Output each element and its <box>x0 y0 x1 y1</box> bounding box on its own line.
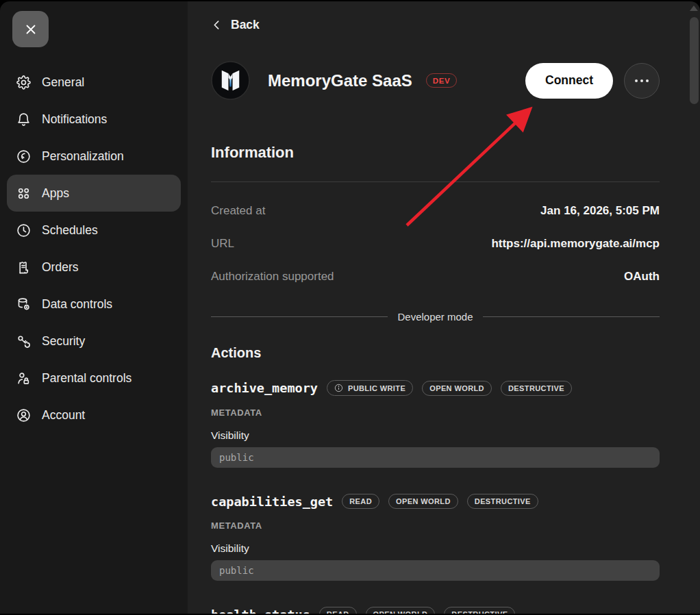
clock-icon <box>15 222 32 238</box>
settings-sidebar: GeneralNotificationsPersonalizationAppsS… <box>0 1 188 614</box>
grid-icon <box>15 185 32 201</box>
chevron-left-icon <box>211 19 223 31</box>
action-name: health_status <box>211 607 310 614</box>
close-button[interactable] <box>12 11 49 47</box>
more-options-button[interactable] <box>624 63 660 99</box>
sidebar-item-label: General <box>42 75 84 90</box>
parental-icon <box>15 370 32 386</box>
sidebar-item-data-controls[interactable]: Data controls <box>7 286 181 323</box>
dial-icon <box>15 148 32 164</box>
badge-label: OPEN WORLD <box>429 384 484 392</box>
section-divider <box>211 181 660 182</box>
dev-badge: DEV <box>426 73 457 88</box>
badge-label: DESTRUCTIVE <box>451 610 508 614</box>
screen: GeneralNotificationsPersonalizationAppsS… <box>0 0 700 615</box>
sidebar-item-label: Apps <box>42 186 69 201</box>
info-row-url: URLhttps://api.memorygate.ai/mcp <box>211 227 660 260</box>
actions-heading: Actions <box>211 345 660 361</box>
divider-line <box>211 316 388 317</box>
scrollbar[interactable] <box>688 1 700 614</box>
sidebar-item-label: Account <box>42 408 85 423</box>
info-row-authorization-supported: Authorization supportedOAuth <box>211 260 660 293</box>
badge-open-world: OPEN WORLD <box>422 381 492 396</box>
sidebar-item-label: Data controls <box>42 297 112 312</box>
ellipsis-icon <box>635 79 649 82</box>
receipt-icon <box>15 259 32 275</box>
sidebar-item-security[interactable]: Security <box>7 323 181 360</box>
action-health-status: health_statusREADOPEN WORLDDESTRUCTIVE <box>211 607 660 614</box>
app-header: MemoryGate SaaS DEV Connect <box>211 61 660 100</box>
badge-read: READ <box>319 607 357 614</box>
badge-label: DESTRUCTIVE <box>508 384 564 392</box>
badge-label: PUBLIC WRITE <box>348 384 405 392</box>
action-archive-memory: archive_memoryPUBLIC WRITEOPEN WORLDDEST… <box>211 380 660 468</box>
app-title: MemoryGate SaaS <box>268 71 412 90</box>
connect-button[interactable]: Connect <box>525 63 613 99</box>
information-rows: Created atJan 16, 2026, 5:05 PMURLhttps:… <box>211 194 660 293</box>
visibility-input[interactable]: public <box>211 447 660 468</box>
scroll-up-arrow[interactable] <box>690 5 698 11</box>
info-label: URL <box>211 237 234 251</box>
badge-label: READ <box>349 497 372 505</box>
badge-label: OPEN WORLD <box>373 610 428 614</box>
back-button[interactable]: Back <box>211 18 260 32</box>
badge-destructive: DESTRUCTIVE <box>467 494 538 509</box>
database-icon <box>15 296 32 312</box>
visibility-label: Visibility <box>211 542 660 555</box>
app-logo <box>211 61 250 100</box>
sidebar-item-label: Personalization <box>42 149 124 164</box>
developer-mode-divider: Developer mode <box>211 311 660 323</box>
divider-line <box>483 316 660 317</box>
badge-open-world: OPEN WORLD <box>388 494 458 509</box>
action-capabilities-get: capabilities_getREADOPEN WORLDDESTRUCTIV… <box>211 494 660 581</box>
visibility-label: Visibility <box>211 429 660 442</box>
sidebar-item-general[interactable]: General <box>7 64 181 101</box>
sidebar-item-label: Parental controls <box>42 371 132 386</box>
sidebar-item-label: Orders <box>42 260 78 275</box>
settings-window: GeneralNotificationsPersonalizationAppsS… <box>0 1 700 614</box>
account-icon <box>15 407 32 423</box>
gear-icon <box>15 74 32 90</box>
scrollbar-thumb[interactable] <box>690 17 699 104</box>
info-label: Authorization supported <box>211 270 334 284</box>
back-label: Back <box>231 18 260 32</box>
badge-read: READ <box>342 494 379 509</box>
sidebar-item-parental-controls[interactable]: Parental controls <box>7 360 181 397</box>
sidebar-item-apps[interactable]: Apps <box>7 175 181 212</box>
app-detail-panel: Back <box>188 1 700 614</box>
badge-label: READ <box>327 610 349 614</box>
developer-mode-label: Developer mode <box>397 311 473 323</box>
info-value: OAuth <box>624 270 660 284</box>
sidebar-item-schedules[interactable]: Schedules <box>7 212 181 249</box>
info-icon <box>334 384 343 392</box>
badge-open-world: OPEN WORLD <box>366 607 436 614</box>
badge-public-write: PUBLIC WRITE <box>327 380 413 396</box>
keys-icon <box>15 333 32 349</box>
close-icon <box>23 22 38 37</box>
sidebar-item-notifications[interactable]: Notifications <box>7 101 181 138</box>
badge-label: OPEN WORLD <box>396 497 451 505</box>
badge-destructive: DESTRUCTIVE <box>501 381 572 396</box>
actions-list: archive_memoryPUBLIC WRITEOPEN WORLDDEST… <box>211 380 660 614</box>
metadata-label: METADATA <box>211 520 660 531</box>
info-value: https://api.memorygate.ai/mcp <box>491 237 660 251</box>
badge-label: DESTRUCTIVE <box>475 497 531 505</box>
sidebar-item-label: Schedules <box>42 223 98 238</box>
sidebar-item-account[interactable]: Account <box>7 397 181 434</box>
info-value: Jan 16, 2026, 5:05 PM <box>540 204 660 218</box>
info-label: Created at <box>211 204 265 218</box>
info-row-created-at: Created atJan 16, 2026, 5:05 PM <box>211 194 660 227</box>
sidebar-item-personalization[interactable]: Personalization <box>7 138 181 175</box>
sidebar-item-label: Security <box>42 334 85 349</box>
action-name: capabilities_get <box>211 494 333 509</box>
sidebar-nav: GeneralNotificationsPersonalizationAppsS… <box>0 64 188 434</box>
metadata-label: METADATA <box>211 407 660 418</box>
badge-destructive: DESTRUCTIVE <box>444 607 515 614</box>
visibility-input[interactable]: public <box>211 560 660 581</box>
action-name: archive_memory <box>211 381 318 395</box>
sidebar-item-label: Notifications <box>42 112 107 127</box>
bell-icon <box>15 111 32 127</box>
sidebar-item-orders[interactable]: Orders <box>7 249 181 286</box>
information-heading: Information <box>211 144 660 162</box>
